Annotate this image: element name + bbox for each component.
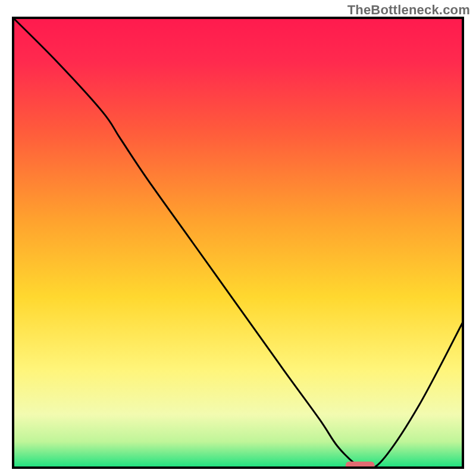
optimal-marker	[346, 462, 375, 469]
watermark-text: TheBottleneck.com	[347, 2, 470, 18]
gradient-background	[12, 17, 464, 469]
chart-area	[12, 17, 464, 469]
